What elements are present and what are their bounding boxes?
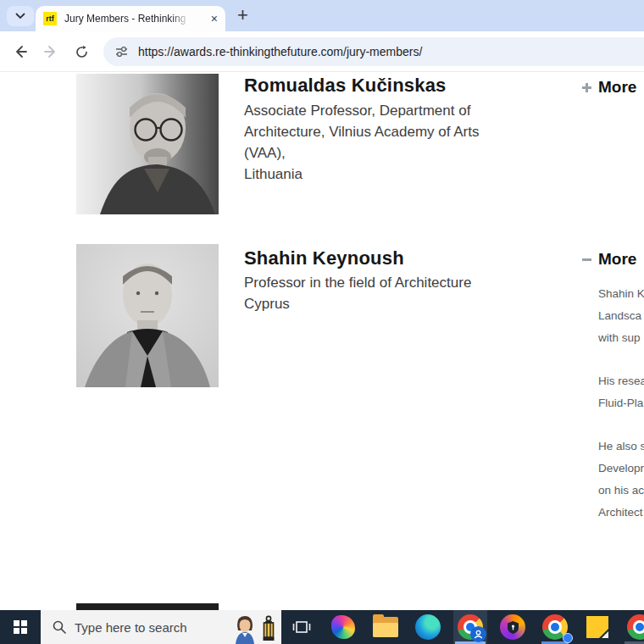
role-line: Lithuania xyxy=(244,164,479,185)
desktop-screen: rtf Jury Members - Rethinking The × + xyxy=(0,0,644,644)
member-photo-shahin xyxy=(76,244,219,387)
taskbar-chrome-s-button[interactable]: S xyxy=(623,610,644,644)
member-photo-romualdas xyxy=(76,74,219,214)
member-bio-text: Shahin K Landsca with sup His resea Flui… xyxy=(598,283,644,545)
forward-arrow-icon xyxy=(43,44,58,59)
task-view-icon xyxy=(292,619,311,636)
reload-button[interactable] xyxy=(71,42,92,62)
lantern-icon xyxy=(259,615,278,644)
search-icon xyxy=(53,620,66,634)
portrait-photo xyxy=(76,244,219,387)
browser-tab[interactable]: rtf Jury Members - Rethinking The × xyxy=(36,6,225,31)
bio-paragraph: He also s Developr on his ac Architect xyxy=(598,436,644,524)
more-button-shahin[interactable]: More xyxy=(582,250,636,269)
portrait-photo xyxy=(76,74,219,214)
windows-taskbar: Type here to search xyxy=(0,610,644,644)
taskbar-copilot-button[interactable] xyxy=(326,610,360,644)
back-button[interactable] xyxy=(10,42,31,62)
new-tab-button[interactable]: + xyxy=(237,4,248,26)
profile-dot-badge-icon xyxy=(563,633,573,643)
taskbar-search-box[interactable]: Type here to search xyxy=(41,610,281,644)
minus-icon xyxy=(582,255,591,264)
back-arrow-icon xyxy=(13,44,28,59)
chrome-icon xyxy=(627,614,644,640)
more-label: More xyxy=(598,78,636,97)
sticky-notes-icon xyxy=(586,616,608,638)
plus-icon xyxy=(582,83,591,92)
taskbar-file-explorer-button[interactable] xyxy=(369,610,402,644)
role-line: Architecture, Vilnius Academy of Arts xyxy=(244,121,479,142)
search-placeholder: Type here to search xyxy=(75,620,187,635)
tab-close-icon[interactable]: × xyxy=(211,13,218,25)
role-line: Cyprus xyxy=(244,293,471,314)
role-line: (VAA), xyxy=(244,142,479,164)
shield-browser-icon xyxy=(500,614,525,640)
more-label: More xyxy=(598,250,636,269)
rtf-favicon-icon: rtf xyxy=(43,12,57,25)
address-bar[interactable]: https://awards.re-thinkingthefuture.com/… xyxy=(103,37,644,66)
edge-icon xyxy=(415,614,441,640)
chevron-down-icon xyxy=(15,13,25,19)
task-view-button[interactable] xyxy=(281,610,322,644)
member-role: Professor in the field of Architecture C… xyxy=(244,272,471,314)
site-info-icon[interactable] xyxy=(115,46,128,58)
browser-tab-strip: rtf Jury Members - Rethinking The × + xyxy=(0,0,644,31)
bio-paragraph: Shahin K Landsca with sup xyxy=(598,283,644,349)
member-name: Shahin Keynoush xyxy=(244,247,404,269)
browser-toolbar: https://awards.re-thinkingthefuture.com/… xyxy=(0,31,644,72)
reload-icon xyxy=(75,45,89,59)
next-photo-top-edge xyxy=(76,603,219,610)
profile-badge-icon xyxy=(470,626,486,642)
start-button[interactable] xyxy=(0,610,41,644)
bio-paragraph: His resea Fluid-Pla xyxy=(598,370,644,414)
taskbar-chrome-2-button[interactable] xyxy=(538,610,572,644)
taskbar-secure-browser-button[interactable] xyxy=(496,610,530,644)
role-line: Professor in the field of Architecture xyxy=(244,272,471,293)
tab-search-button[interactable] xyxy=(7,6,34,26)
taskbar-chrome-active-button[interactable] xyxy=(453,610,487,644)
tab-title: Jury Members - Rethinking The xyxy=(64,13,190,25)
windows-logo-icon xyxy=(14,620,27,634)
file-explorer-icon xyxy=(373,617,398,637)
person-illustration-icon xyxy=(230,613,259,644)
role-line: Associate Professor, Department of xyxy=(244,100,479,121)
copilot-icon xyxy=(331,615,355,639)
search-highlight-illustration[interactable] xyxy=(230,613,278,644)
more-button-romualdas[interactable]: More xyxy=(582,78,636,97)
member-role: Associate Professor, Department of Archi… xyxy=(244,100,479,185)
forward-button[interactable] xyxy=(41,42,61,62)
member-name: Romualdas Kučinskas xyxy=(244,75,447,97)
taskbar-edge-button[interactable] xyxy=(411,610,445,644)
taskbar-sticky-notes-button[interactable] xyxy=(580,610,614,644)
url-text: https://awards.re-thinkingthefuture.com/… xyxy=(138,45,422,58)
